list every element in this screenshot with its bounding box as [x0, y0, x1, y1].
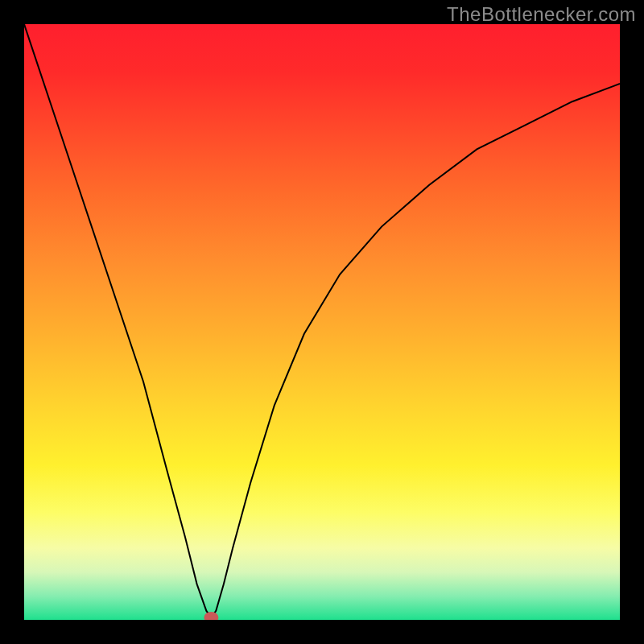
chart-svg [24, 24, 620, 620]
min-marker [204, 612, 218, 620]
chart-stage: TheBottlenecker.com [0, 0, 644, 644]
bottleneck-curve [24, 24, 620, 617]
watermark-text: TheBottlenecker.com [447, 3, 636, 26]
chart-plot-area [24, 24, 620, 620]
